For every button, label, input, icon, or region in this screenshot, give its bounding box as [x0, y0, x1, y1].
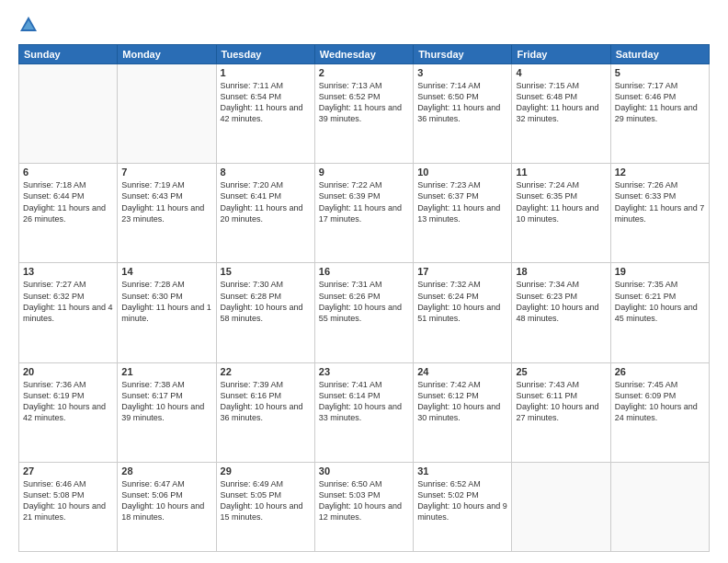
- day-info: Sunrise: 7:30 AM Sunset: 6:28 PM Dayligh…: [221, 279, 311, 324]
- day-info: Sunrise: 6:47 AM Sunset: 5:06 PM Dayligh…: [121, 478, 211, 523]
- day-info: Sunrise: 7:42 AM Sunset: 6:12 PM Dayligh…: [417, 379, 507, 424]
- day-info: Sunrise: 7:43 AM Sunset: 6:11 PM Dayligh…: [516, 379, 606, 424]
- day-number: 2: [319, 67, 409, 78]
- day-number: 7: [121, 167, 211, 178]
- day-info: Sunrise: 7:27 AM Sunset: 6:32 PM Dayligh…: [23, 279, 113, 324]
- day-info: Sunrise: 7:45 AM Sunset: 6:09 PM Dayligh…: [615, 379, 705, 424]
- day-number: 30: [319, 465, 409, 477]
- day-info: Sunrise: 7:11 AM Sunset: 6:54 PM Dayligh…: [221, 80, 311, 125]
- day-number: 17: [417, 266, 507, 277]
- header: [18, 15, 710, 35]
- day-number: 13: [23, 266, 113, 277]
- calendar-cell: 5Sunrise: 7:17 AM Sunset: 6:46 PM Daylig…: [610, 64, 709, 164]
- day-number: 16: [319, 266, 409, 277]
- day-number: 19: [615, 266, 705, 277]
- day-number: 5: [615, 67, 705, 78]
- day-info: Sunrise: 7:34 AM Sunset: 6:23 PM Dayligh…: [516, 279, 606, 324]
- calendar-cell: 23Sunrise: 7:41 AM Sunset: 6:14 PM Dayli…: [314, 362, 413, 462]
- calendar-cell: 15Sunrise: 7:30 AM Sunset: 6:28 PM Dayli…: [216, 263, 314, 362]
- calendar-cell: 20Sunrise: 7:36 AM Sunset: 6:19 PM Dayli…: [19, 362, 118, 462]
- day-info: Sunrise: 6:46 AM Sunset: 5:08 PM Dayligh…: [23, 478, 113, 523]
- column-header-sunday: Sunday: [19, 45, 118, 64]
- calendar-cell: 2Sunrise: 7:13 AM Sunset: 6:52 PM Daylig…: [314, 64, 413, 164]
- day-info: Sunrise: 7:23 AM Sunset: 6:37 PM Dayligh…: [417, 179, 507, 224]
- calendar-cell: 8Sunrise: 7:20 AM Sunset: 6:41 PM Daylig…: [216, 164, 314, 263]
- day-number: 14: [121, 266, 211, 277]
- day-info: Sunrise: 7:31 AM Sunset: 6:26 PM Dayligh…: [319, 279, 409, 324]
- week-row-1: 1Sunrise: 7:11 AM Sunset: 6:54 PM Daylig…: [19, 64, 710, 164]
- week-row-3: 13Sunrise: 7:27 AM Sunset: 6:32 PM Dayli…: [19, 263, 710, 362]
- day-info: Sunrise: 7:18 AM Sunset: 6:44 PM Dayligh…: [23, 179, 113, 224]
- calendar-cell: 9Sunrise: 7:22 AM Sunset: 6:39 PM Daylig…: [314, 164, 413, 263]
- day-number: 10: [417, 167, 507, 178]
- calendar-cell: 29Sunrise: 6:49 AM Sunset: 5:05 PM Dayli…: [216, 462, 314, 551]
- day-number: 8: [221, 167, 311, 178]
- day-info: Sunrise: 7:35 AM Sunset: 6:21 PM Dayligh…: [615, 279, 705, 324]
- calendar-cell: 22Sunrise: 7:39 AM Sunset: 6:16 PM Dayli…: [216, 362, 314, 462]
- calendar-cell: 28Sunrise: 6:47 AM Sunset: 5:06 PM Dayli…: [118, 462, 216, 551]
- calendar-cell: 30Sunrise: 6:50 AM Sunset: 5:03 PM Dayli…: [314, 462, 413, 551]
- day-number: 27: [23, 465, 113, 477]
- column-header-monday: Monday: [118, 45, 216, 64]
- calendar-cell: 19Sunrise: 7:35 AM Sunset: 6:21 PM Dayli…: [610, 263, 709, 362]
- day-info: Sunrise: 7:24 AM Sunset: 6:35 PM Dayligh…: [516, 179, 606, 224]
- day-number: 9: [319, 167, 409, 178]
- calendar-body: 1Sunrise: 7:11 AM Sunset: 6:54 PM Daylig…: [19, 64, 710, 552]
- calendar-cell: 27Sunrise: 6:46 AM Sunset: 5:08 PM Dayli…: [19, 462, 118, 551]
- calendar-table: SundayMondayTuesdayWednesdayThursdayFrid…: [18, 44, 710, 552]
- day-number: 24: [417, 366, 507, 377]
- calendar-cell: 12Sunrise: 7:26 AM Sunset: 6:33 PM Dayli…: [610, 164, 709, 263]
- week-row-5: 27Sunrise: 6:46 AM Sunset: 5:08 PM Dayli…: [19, 462, 710, 551]
- calendar-cell: 24Sunrise: 7:42 AM Sunset: 6:12 PM Dayli…: [414, 362, 512, 462]
- day-number: 11: [516, 167, 606, 178]
- column-header-thursday: Thursday: [414, 45, 512, 64]
- calendar-cell: 1Sunrise: 7:11 AM Sunset: 6:54 PM Daylig…: [216, 64, 314, 164]
- calendar-cell: 4Sunrise: 7:15 AM Sunset: 6:48 PM Daylig…: [512, 64, 610, 164]
- logo-icon: [18, 15, 39, 35]
- day-number: 29: [221, 465, 311, 477]
- calendar-cell: 3Sunrise: 7:14 AM Sunset: 6:50 PM Daylig…: [414, 64, 512, 164]
- calendar-cell: [118, 64, 216, 164]
- column-header-friday: Friday: [512, 45, 610, 64]
- calendar-cell: 25Sunrise: 7:43 AM Sunset: 6:11 PM Dayli…: [512, 362, 610, 462]
- day-number: 25: [516, 366, 606, 377]
- calendar-cell: [512, 462, 610, 551]
- calendar-cell: 21Sunrise: 7:38 AM Sunset: 6:17 PM Dayli…: [118, 362, 216, 462]
- day-info: Sunrise: 7:19 AM Sunset: 6:43 PM Dayligh…: [121, 179, 211, 224]
- calendar-cell: 26Sunrise: 7:45 AM Sunset: 6:09 PM Dayli…: [610, 362, 709, 462]
- day-info: Sunrise: 7:32 AM Sunset: 6:24 PM Dayligh…: [417, 279, 507, 324]
- calendar-cell: 7Sunrise: 7:19 AM Sunset: 6:43 PM Daylig…: [118, 164, 216, 263]
- day-info: Sunrise: 7:28 AM Sunset: 6:30 PM Dayligh…: [121, 279, 211, 324]
- day-number: 22: [221, 366, 311, 377]
- day-info: Sunrise: 7:36 AM Sunset: 6:19 PM Dayligh…: [23, 379, 113, 424]
- calendar-cell: 6Sunrise: 7:18 AM Sunset: 6:44 PM Daylig…: [19, 164, 118, 263]
- calendar-cell: [19, 64, 118, 164]
- calendar-cell: 16Sunrise: 7:31 AM Sunset: 6:26 PM Dayli…: [314, 263, 413, 362]
- day-info: Sunrise: 7:39 AM Sunset: 6:16 PM Dayligh…: [221, 379, 311, 424]
- day-number: 21: [121, 366, 211, 377]
- day-info: Sunrise: 7:38 AM Sunset: 6:17 PM Dayligh…: [121, 379, 211, 424]
- day-number: 26: [615, 366, 705, 377]
- week-row-4: 20Sunrise: 7:36 AM Sunset: 6:19 PM Dayli…: [19, 362, 710, 462]
- day-number: 23: [319, 366, 409, 377]
- column-header-saturday: Saturday: [610, 45, 709, 64]
- day-number: 20: [23, 366, 113, 377]
- calendar-cell: 10Sunrise: 7:23 AM Sunset: 6:37 PM Dayli…: [414, 164, 512, 263]
- day-info: Sunrise: 7:15 AM Sunset: 6:48 PM Dayligh…: [516, 80, 606, 125]
- day-info: Sunrise: 6:52 AM Sunset: 5:02 PM Dayligh…: [417, 478, 507, 523]
- day-number: 18: [516, 266, 606, 277]
- calendar-cell: 11Sunrise: 7:24 AM Sunset: 6:35 PM Dayli…: [512, 164, 610, 263]
- week-row-2: 6Sunrise: 7:18 AM Sunset: 6:44 PM Daylig…: [19, 164, 710, 263]
- day-number: 3: [417, 67, 507, 78]
- calendar-cell: 13Sunrise: 7:27 AM Sunset: 6:32 PM Dayli…: [19, 263, 118, 362]
- logo: [18, 15, 42, 35]
- day-info: Sunrise: 7:17 AM Sunset: 6:46 PM Dayligh…: [615, 80, 705, 125]
- calendar-cell: 17Sunrise: 7:32 AM Sunset: 6:24 PM Dayli…: [414, 263, 512, 362]
- day-info: Sunrise: 6:49 AM Sunset: 5:05 PM Dayligh…: [221, 478, 311, 523]
- calendar-cell: [610, 462, 709, 551]
- day-info: Sunrise: 7:26 AM Sunset: 6:33 PM Dayligh…: [615, 179, 705, 224]
- calendar-cell: 18Sunrise: 7:34 AM Sunset: 6:23 PM Dayli…: [512, 263, 610, 362]
- day-number: 1: [221, 67, 311, 78]
- day-info: Sunrise: 7:14 AM Sunset: 6:50 PM Dayligh…: [417, 80, 507, 125]
- day-info: Sunrise: 6:50 AM Sunset: 5:03 PM Dayligh…: [319, 478, 409, 523]
